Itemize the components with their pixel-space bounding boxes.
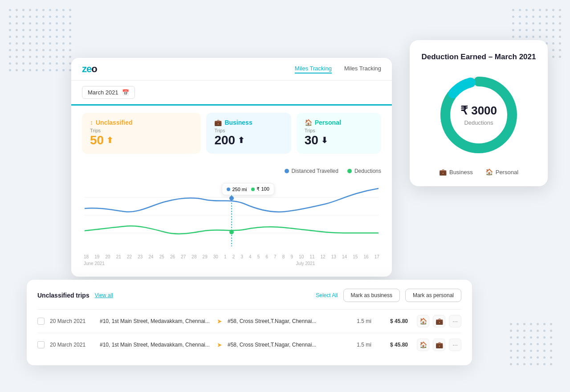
unclassified-value: 50 ⬆	[90, 133, 193, 147]
date-picker[interactable]: March 2021 📅	[82, 86, 135, 99]
unclassified-arrow: ⬆	[106, 135, 113, 145]
stats-row: ↕ Unclassified Trips 50 ⬆ 💼 Business Tri…	[71, 106, 392, 161]
nav-miles-tracking[interactable]: Miles Tracking	[295, 65, 332, 74]
distance-dot	[285, 169, 289, 173]
unclassified-subtitle: Trips	[90, 128, 193, 133]
app-logo: zeo	[82, 63, 97, 75]
trip-action-icons-2: 🏠 💼 ···	[417, 339, 461, 351]
svg-point-5	[229, 230, 234, 234]
mark-as-personal-button[interactable]: Mark as personal	[405, 289, 461, 302]
deductions-dot	[347, 169, 352, 173]
home-deduction-icon: 🏠	[485, 168, 493, 176]
main-dashboard-card: zeo Miles Tracking Miles Tracking March …	[71, 58, 392, 277]
trips-title: Unclassified trips	[37, 292, 90, 299]
date-label: March 2021	[88, 89, 118, 96]
briefcase-trip-icon-2[interactable]: 💼	[433, 339, 445, 351]
unclassified-title: ↕ Unclassified	[90, 119, 193, 126]
select-all-link[interactable]: Select All	[316, 292, 338, 298]
nav-links: Miles Tracking Miles Tracking	[295, 65, 381, 74]
trip-direction-arrow-2: ➤	[217, 341, 222, 348]
july-label: July 2021	[232, 261, 379, 266]
trips-table-card: Unclassified trips View all Select All M…	[27, 280, 472, 365]
date-bar: March 2021 📅	[71, 81, 392, 106]
personal-value: 30 ⬇	[305, 133, 373, 147]
mark-as-business-button[interactable]: Mark as business	[343, 289, 400, 302]
trips-title-row: Unclassified trips View all	[37, 292, 113, 299]
june-label: June 2021	[84, 261, 232, 266]
chart-legend: Distanced Travelled Deductions	[82, 168, 381, 174]
trip-amount-1: $ 45.80	[377, 318, 408, 324]
legend-personal: 🏠 Personal	[485, 168, 518, 176]
donut-label: Deductions	[460, 119, 497, 126]
trip-to-2: #58, Cross Street,T.Nagar, Chennai...	[228, 342, 339, 348]
trip-date-1: 20 March 2021	[50, 318, 94, 324]
trip-amount-2: $ 45.80	[377, 342, 408, 348]
calendar-icon: 📅	[122, 89, 129, 96]
personal-subtitle: Trips	[305, 128, 373, 133]
trip-distance-2: 1.5 mi	[345, 342, 371, 348]
donut-amount: ₹ 3000	[460, 104, 497, 118]
trip-date-2: 20 March 2021	[50, 342, 94, 348]
trip-distance-1: 1.5 mi	[345, 318, 371, 324]
business-value: 200 ⬆	[214, 133, 283, 147]
table-row: 20 March 2021 #10, 1st Main Street, Meda…	[37, 309, 461, 333]
table-row: 20 March 2021 #10, 1st Main Street, Meda…	[37, 333, 461, 356]
home-trip-icon-1[interactable]: 🏠	[417, 315, 429, 327]
trips-header: Unclassified trips View all Select All M…	[37, 289, 461, 302]
home-icon: 🏠	[305, 119, 312, 126]
chart-tooltip: 250 mi ₹ 100	[222, 183, 274, 195]
trip-to-1: #58, Cross Street,T.Nagar, Chennai...	[228, 318, 339, 324]
deduction-card: Deduction Earned – March 2021 ₹ 3000 Ded…	[410, 40, 548, 186]
home-trip-icon-2[interactable]: 🏠	[417, 339, 429, 351]
nav-miles-tracking-2[interactable]: Miles Tracking	[344, 65, 381, 74]
personal-arrow: ⬇	[321, 135, 328, 145]
legend-distance: Distanced Travelled	[285, 168, 338, 174]
business-subtitle: Trips	[214, 128, 283, 133]
donut-center: ₹ 3000 Deductions	[460, 104, 497, 126]
trip-action-icons-1: 🏠 💼 ···	[417, 315, 461, 327]
donut-chart: ₹ 3000 Deductions	[434, 70, 523, 159]
view-all-link[interactable]: View all	[95, 292, 113, 298]
personal-title: 🏠 Personal	[305, 119, 373, 126]
trip-checkbox-2[interactable]	[37, 341, 45, 348]
briefcase-trip-icon-1[interactable]: 💼	[433, 315, 445, 327]
business-title: 💼 Business	[214, 119, 283, 126]
deduction-legend: 💼 Business 🏠 Personal	[420, 168, 537, 176]
legend-deductions: Deductions	[347, 168, 381, 174]
svg-point-4	[229, 196, 234, 200]
more-trip-icon-2[interactable]: ···	[449, 339, 461, 351]
stat-personal[interactable]: 🏠 Personal Trips 30 ⬇	[297, 113, 381, 154]
deduction-card-title: Deduction Earned – March 2021	[420, 53, 537, 61]
chart-months: June 2021 July 2021	[82, 261, 381, 266]
trips-actions: Select All Mark as business Mark as pers…	[316, 289, 461, 302]
briefcase-deduction-icon: 💼	[439, 168, 447, 176]
sort-icon: ↕	[90, 119, 93, 126]
more-trip-icon-1[interactable]: ···	[449, 315, 461, 327]
business-arrow: ⬆	[238, 135, 244, 145]
trip-from-1: #10, 1st Main Street, Medavakkam, Chenna…	[100, 318, 212, 324]
trip-from-2: #10, 1st Main Street, Medavakkam, Chenna…	[100, 342, 212, 348]
trip-direction-arrow-1: ➤	[217, 318, 222, 325]
stat-business[interactable]: 💼 Business Trips 200 ⬆	[206, 113, 291, 154]
stat-unclassified[interactable]: ↕ Unclassified Trips 50 ⬆	[82, 113, 201, 154]
briefcase-icon: 💼	[214, 119, 222, 126]
trip-checkbox-1[interactable]	[37, 318, 45, 325]
chart-x-labels: 1819202122 2324252627 28293012 34567 891…	[82, 254, 381, 259]
tooltip-amount: ₹ 100	[251, 186, 269, 192]
legend-business: 💼 Business	[439, 168, 473, 176]
tooltip-distance: 250 mi	[227, 186, 247, 192]
nav-bar: zeo Miles Tracking Miles Tracking	[71, 58, 392, 81]
chart-area: Distanced Travelled Deductions 250 mi ₹ …	[71, 161, 392, 277]
